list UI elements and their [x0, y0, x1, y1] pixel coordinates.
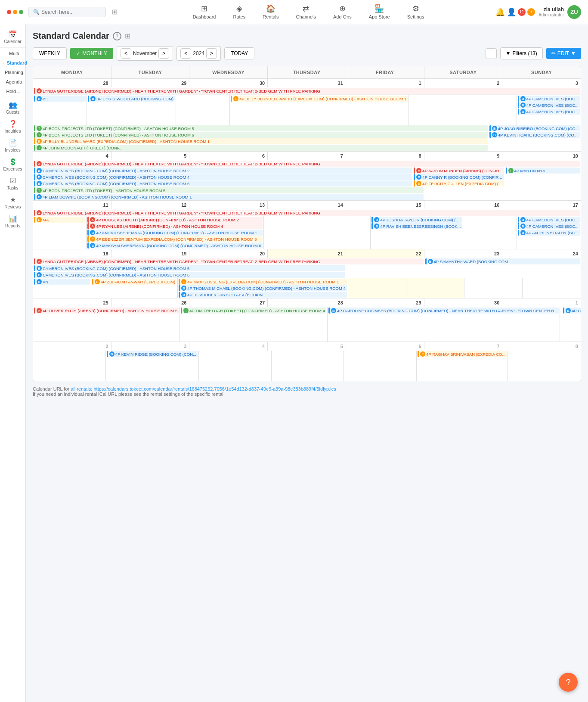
event-an-w4[interactable]: B AN	[34, 279, 90, 285]
event-dovudbek[interactable]: B 4P DOVUDBEK GAYBULLAEV (BOOKIN...	[179, 292, 347, 298]
event-aaron[interactable]: A 4P AARON MUNDEN (AIRBNB) (CONFIR...	[414, 168, 504, 174]
event-cameron-ives-sun3-3[interactable]: B 4P CAMERON IVES (BOC...	[518, 109, 580, 115]
event-liam[interactable]: B 4P LIAM DOWNIE (BOOKING.COM) (CONFIRME…	[34, 194, 424, 200]
sidebar-item-multi[interactable]: Multi	[3, 49, 22, 58]
event-felicity[interactable]: E 4P FELICITY CULLEN (EXPEDIA.COM) (...	[414, 180, 504, 186]
event-lynda-w3[interactable]: A LYNDA GUTTERIDGE (AIRBNB) (CONFIRMED) …	[34, 210, 580, 216]
event-joao[interactable]: B 4P JOAO RIBEIRO (BOOKING.COM) (CC...	[489, 125, 580, 131]
event-john[interactable]: T 4P JOHN MCDONAGH (TOKEET) (CONF...	[34, 145, 488, 151]
event-kevin-hoare[interactable]: B 4P KEVIN HOARE (BOOKING.COM) (CO...	[489, 132, 580, 138]
nav-addons[interactable]: ⊕ Add Ons	[325, 0, 360, 24]
event-cameron-room6[interactable]: B CAMERON IVES (BOOKING.COM) (CONFIRMED)…	[34, 180, 412, 186]
zoom-out-button[interactable]: –	[486, 48, 496, 59]
weekly-view-button[interactable]: WEEKLY	[33, 47, 67, 59]
event-ryan-airbnb[interactable]: A 4P RYAN LEE (AIRBNB) (CONFIRMED) - ASH…	[87, 223, 263, 229]
nav-appstore[interactable]: 🏪 App Store	[360, 0, 399, 24]
event-lynda-w1[interactable]: A LYNDA GUTTERIDGE (AIRBNB) (CONFIRMED) …	[34, 88, 580, 94]
event-danny[interactable]: B 4P DANNY R (BOOKING.COM) (CONFIR...	[414, 174, 504, 180]
bell-icon[interactable]: 🔔	[495, 7, 505, 17]
sidebar-item-inquiries[interactable]: ❓ Inquiries	[0, 117, 26, 136]
event-billy-room1[interactable]: E 4P BILLY BLUNDELL-WARD (EXPEDIA.COM) (…	[34, 138, 488, 144]
prev-year-button[interactable]: <	[180, 48, 191, 59]
nav-rates[interactable]: ◈ Rates	[224, 0, 254, 24]
event-lynda-w4[interactable]: A LYNDA GUTTERIDGE (AIRBNB) (CONFIRMED) …	[34, 258, 424, 264]
event-douglas[interactable]: A 4P DOUGLAS BOOTH (AIRBNB) (CONFIRMED) …	[87, 217, 263, 223]
next-month-button[interactable]: >	[158, 48, 169, 59]
date-26: 26	[111, 298, 190, 307]
event-zulfiqar[interactable]: E 4P ZULFIQAR ANWAR (EXPEDIA.COM)	[92, 279, 176, 285]
event-cameron-sun17-2[interactable]: B 4P CAMERON IVES (BOC...	[518, 223, 580, 229]
today-button[interactable]: TODAY	[224, 47, 254, 59]
event-cameron-room4[interactable]: B CAMERON IVES (BOOKING.COM) (CONFIRMED)…	[34, 174, 412, 180]
event-andrii[interactable]: B 4P ANDRII SHEREMATA (BOOKING.COM) (CON…	[87, 230, 263, 236]
event-cameron-ives-sun3-2[interactable]: B 4P CAMERON IVES (BOC...	[518, 102, 580, 108]
event-ma[interactable]: E MA	[34, 217, 85, 223]
event-raghav[interactable]: E 4P RAGHAV SRINIVASAN (EXPEDIA CO...	[418, 351, 507, 357]
event-thomas[interactable]: B 4P THOMAS MICHAEL (BOOKING.COM) (CONFI…	[179, 285, 347, 291]
search-box[interactable]: 🔍	[28, 7, 106, 17]
event-ravish[interactable]: B 4P RAVISH BEENESSREESINGH (BOOK...	[371, 223, 462, 229]
sidebar-item-reviews[interactable]: ★ Reviews	[0, 193, 26, 212]
nav-rentals[interactable]: 🏠 Rentals	[254, 0, 287, 24]
event-ebenezer[interactable]: E 4P EBENEZER BENTUM (EXPEDIA.COM) (CONF…	[87, 236, 263, 242]
event-cameron-sun17-1[interactable]: B 4P CAMERON IVES (BOC...	[518, 217, 580, 223]
person-icon[interactable]: 👤	[507, 7, 516, 17]
sidebar-item-guests[interactable]: 👥 Guests	[0, 98, 26, 117]
event-max[interactable]: E 4P MAX GOSSLING (EXPEDIA.COM) (CONFIRM…	[179, 279, 347, 285]
expedia-icon: E	[37, 139, 42, 144]
sidebar-item-planning[interactable]: Planning	[0, 68, 27, 77]
event-samantha[interactable]: B 4P SAMANTHA WARD (BOOKING.COM...	[425, 258, 580, 264]
event-bcon6[interactable]: T 4P BCON PROJECTS LTD (TOKEET) (CONFIRM…	[34, 132, 488, 138]
edit-button[interactable]: ✏ EDIT ▼	[546, 48, 581, 59]
footer-calendar-url[interactable]: https://calendars.tokeet.com/calendar/re…	[93, 386, 336, 391]
event-chris-woollard[interactable]: B 3P CHRIS WOOLLARD (BOOKING COM)	[88, 96, 175, 102]
sidebar-item-reports[interactable]: 📊 Reports	[0, 212, 26, 231]
event-cameron-room2[interactable]: B CAMERON IVES (BOOKING.COM) (CONFIRMED)…	[34, 168, 412, 174]
event-tim[interactable]: T 4P TIM TRELOAR (TOKEET) (CONFIRMED) - …	[181, 308, 326, 314]
event-oliver[interactable]: A 4P OLIVER ROTH (AIRBNB) (CONFIRMED) - …	[34, 308, 179, 314]
search-input[interactable]	[41, 9, 102, 15]
next-year-button[interactable]: >	[206, 48, 217, 59]
sidebar-item-invoices[interactable]: 📄 Invoices	[0, 136, 26, 155]
event-chris-mansfield[interactable]: B 4P CHRIS MANSFIELD (BOOKING COM...	[563, 308, 581, 314]
sidebar-item-expenses[interactable]: 💲 Expenses	[0, 155, 26, 174]
event-maksym[interactable]: B 4P MAKSYM SHEREMATA (BOOKING.COM) (CON…	[87, 242, 263, 248]
event-bil[interactable]: B BIL	[34, 96, 86, 102]
sidebar-item-tasks[interactable]: ☑ Tasks	[0, 174, 26, 193]
event-kevin-ridge[interactable]: B 4P KEVIN RIDGE (BOOKING.COM) (CON...	[107, 351, 198, 357]
filters-button[interactable]: ▼ Filters (13)	[500, 47, 543, 59]
event-cameron-room5-w4[interactable]: B CAMERON IVES (BOOKING.COM) (CONFIRMED)…	[34, 265, 345, 271]
month-navigator: < November >	[117, 46, 173, 61]
footer-all-rentals-link[interactable]: all rentals	[71, 386, 91, 391]
event-billy-blundell[interactable]: E 4P BILLY BLUNDELL-WARD (EXPEDIA.COM) (…	[231, 96, 408, 102]
event-anthony[interactable]: B 4P ANTHONY DALBY (BC...	[518, 230, 580, 236]
help-icon[interactable]: ?	[113, 32, 121, 40]
booking-icon: B	[37, 194, 42, 199]
event-cameron-ives-sun3-1[interactable]: B 4P CAMERON IVES (BOC...	[518, 96, 580, 102]
layout-icon[interactable]: ⊞	[125, 32, 130, 40]
event-bcon5-w2[interactable]: T 4P BCON PROJECTS LTD (TOKEET) - ASHTON…	[34, 187, 424, 193]
event-bcon5[interactable]: T 4P BCON PROJECTS LTD (TOKEET) (CONFIRM…	[34, 125, 488, 131]
prev-month-button[interactable]: <	[121, 48, 131, 59]
grid-icon[interactable]: ⊞	[109, 7, 120, 17]
event-joshua[interactable]: B 4P JOSHUA TAYLOR (BOOKING.COM) (...	[371, 217, 462, 223]
span-lynda-w4: A LYNDA GUTTERIDGE (AIRBNB) (CONFIRMED) …	[33, 258, 424, 265]
event-caroline[interactable]: B 4P CAROLINE COOMBES (BOOKING.COM) (CON…	[328, 308, 559, 314]
week-2-bcon-liam: T 4P BCON PROJECTS LTD (TOKEET) - ASHTON…	[33, 187, 424, 200]
avatar[interactable]: ZU	[567, 5, 581, 19]
nav-dashboard[interactable]: ⊞ Dashboard	[184, 0, 225, 24]
date-19: 19	[111, 249, 190, 258]
nav-settings[interactable]: ⚙ Settings	[399, 0, 433, 24]
sidebar-item-calendar[interactable]: 📅 Calendar	[0, 28, 26, 47]
toolbar-right: – ▼ Filters (13) ✏ EDIT ▼	[486, 47, 581, 59]
nav-channels[interactable]: ⇄ Channels	[288, 0, 325, 24]
sidebar-item-holdevents[interactable]: Hold Eve...	[0, 87, 25, 96]
sidebar-item-standard[interactable]: Standard	[0, 58, 31, 68]
monthly-view-button[interactable]: ✓ MONTHLY	[70, 48, 113, 59]
event-cameron-room6-w4[interactable]: B CAMERON IVES (BOOKING.COM) (CONFIRMED)…	[34, 272, 345, 278]
event-lynda-w2[interactable]: A LYNDA GUTTERIDGE (AIRBNB) (CONFIRMED) …	[34, 161, 580, 167]
sidebar-item-agenda[interactable]: Agenda	[0, 77, 25, 87]
span-lynda-w1[interactable]: A LYNDA GUTTERIDGE (AIRBNB) (CONFIRMED) …	[33, 87, 581, 94]
event-martin-nya[interactable]: T 4P MARTIN NYA...	[506, 168, 580, 174]
sidebar-reports-label: Reports	[5, 224, 20, 228]
